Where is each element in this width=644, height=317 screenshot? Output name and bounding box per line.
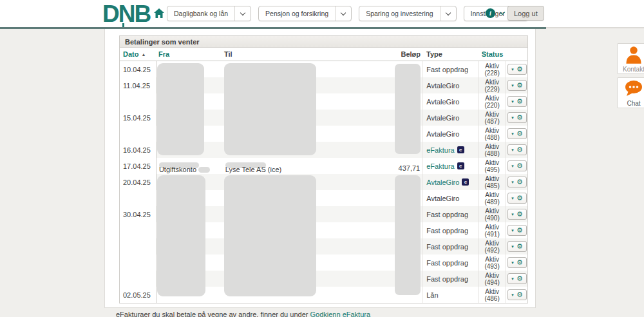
row-actions-button[interactable]: ▼ ⚙ (507, 241, 527, 252)
payment-status: Aktiv (494) (478, 271, 506, 287)
status-text: Aktiv (485, 111, 499, 118)
payment-type: AvtaleGiro (426, 130, 459, 138)
chevron-down-icon[interactable] (440, 6, 456, 21)
payment-date: 17.04.25 (120, 158, 156, 174)
row-actions-button[interactable]: ▼ ⚙ (507, 225, 527, 236)
sort-ascending-icon[interactable]: ▲ (141, 52, 146, 57)
status-code: (229) (484, 86, 499, 93)
efaktura-badge-icon: e (457, 146, 464, 153)
column-status[interactable]: Status (478, 50, 506, 58)
payment-date: 20.04.25 (120, 174, 156, 190)
chevron-down-icon[interactable] (500, 10, 505, 15)
home-icon[interactable] (154, 8, 164, 18)
status-code: (489) (484, 198, 499, 206)
status-text: Aktiv (485, 207, 499, 215)
chat-widget[interactable]: Chat (617, 77, 644, 108)
status-text: Aktiv (485, 175, 499, 182)
payment-from-cell: Utgiftskonto (156, 158, 223, 174)
masked-value (395, 64, 421, 154)
row-actions-button[interactable]: ▼ ⚙ (507, 128, 527, 139)
row-actions-button[interactable]: ▼ ⚙ (507, 257, 527, 268)
chevron-down-icon: ▼ (511, 245, 515, 249)
godkjenn-efaktura-link[interactable]: Godkjenn eFaktura (310, 311, 370, 317)
payment-status: Aktiv (488) (478, 126, 506, 142)
status-code: (491) (484, 231, 499, 238)
payment-type-cell: Fast oppdrag (422, 255, 478, 271)
chevron-down-icon[interactable] (335, 6, 351, 21)
person-icon (625, 45, 643, 64)
status-text: Aktiv (485, 62, 499, 70)
payment-date (120, 222, 156, 238)
payment-status: Aktiv (490) (478, 206, 506, 222)
payment-date: 15.04.25 (120, 110, 156, 126)
payment-type: Fast oppdrag (426, 227, 468, 235)
chevron-down-icon: ▼ (511, 293, 515, 297)
chevron-down-icon: ▼ (511, 100, 515, 104)
chevron-down-icon: ▼ (511, 229, 515, 233)
efaktura-footnote: eFakturaer du skal betale på vegne av an… (116, 311, 370, 317)
status-code: (228) (484, 70, 499, 77)
row-actions-button[interactable]: ▼ ⚙ (507, 160, 527, 171)
status-text: Aktiv (485, 191, 499, 198)
kontakt-widget[interactable]: Kontakt (617, 43, 644, 74)
gear-icon: ⚙ (516, 130, 523, 137)
column-fra[interactable]: Fra (156, 50, 223, 58)
column-type[interactable]: Type (422, 50, 478, 58)
payment-status: Aktiv (491) (478, 222, 506, 238)
row-actions-button[interactable]: ▼ ⚙ (507, 209, 527, 220)
row-actions-button[interactable]: ▼ ⚙ (507, 112, 527, 123)
payment-status: Aktiv (493) (478, 255, 506, 271)
efaktura-badge-icon: e (457, 162, 464, 169)
row-actions-button[interactable]: ▼ ⚙ (507, 96, 527, 107)
status-text: Aktiv (485, 127, 499, 134)
column-belop[interactable]: Beløp (390, 50, 422, 58)
menu-pensjon-label: Pensjon og forsikring (259, 6, 335, 21)
payment-to-cell: Lyse Tele AS (ice) (223, 158, 390, 174)
column-dato[interactable]: Dato ▲ (120, 50, 156, 58)
status-text: Aktiv (485, 272, 499, 279)
status-text: Aktiv (485, 79, 499, 86)
payment-date (120, 126, 156, 142)
payment-type-cell: Fast oppdrag (422, 238, 478, 255)
menu-dagligbank[interactable]: Dagligbank og lån (167, 6, 251, 21)
row-actions-button[interactable]: ▼ ⚙ (507, 193, 527, 204)
logout-button[interactable]: Logg ut (507, 6, 544, 21)
chevron-down-icon: ▼ (511, 84, 515, 88)
table-header: Dato ▲ Fra Til Beløp Type Status (120, 48, 527, 61)
chevron-down-icon: ▼ (511, 197, 515, 200)
payment-date: 02.05.25 (120, 287, 156, 303)
info-icon[interactable]: i (486, 8, 495, 18)
payment-type-cell: eFaktura e (422, 142, 478, 158)
payment-status: Aktiv (485) (478, 174, 506, 190)
payment-type-cell: Fast oppdrag (422, 206, 478, 222)
menu-sparing[interactable]: Sparing og investering (359, 6, 456, 21)
payment-date (120, 190, 156, 206)
menu-pensjon[interactable]: Pensjon og forsikring (258, 6, 352, 21)
row-actions-button[interactable]: ▼ ⚙ (507, 177, 527, 187)
dnb-logo[interactable]: DNB (102, 1, 150, 28)
payment-type: Fast oppdrag (426, 275, 468, 283)
payment-type-cell: AvtaleGiro e (422, 174, 478, 190)
payment-status: Aktiv (220) (478, 93, 506, 110)
masked-value (157, 175, 205, 296)
row-actions-button[interactable]: ▼ ⚙ (507, 64, 527, 75)
main-menu: Dagligbank og lån Pensjon og forsikring … (167, 6, 528, 21)
status-text: Aktiv (485, 288, 499, 295)
payment-status: Aktiv (495) (478, 158, 506, 174)
top-navigation-bar: DNB Dagligbank og lån Pensjon og forsikr… (0, 0, 644, 27)
payment-status: Aktiv (229) (478, 77, 506, 93)
chevron-down-icon: ▼ (511, 277, 515, 281)
row-actions-button[interactable]: ▼ ⚙ (507, 80, 527, 91)
payment-type: Fast oppdrag (426, 66, 468, 73)
payment-date: 16.04.25 (120, 142, 156, 158)
chevron-down-icon[interactable] (234, 6, 251, 21)
payment-type: AvtaleGiro (426, 178, 459, 186)
status-text: Aktiv (485, 256, 499, 263)
row-actions-button[interactable]: ▼ ⚙ (507, 289, 527, 300)
column-til[interactable]: Til (223, 50, 390, 58)
gear-icon: ⚙ (516, 66, 523, 73)
chevron-down-icon: ▼ (511, 132, 515, 136)
row-actions-button[interactable]: ▼ ⚙ (507, 273, 527, 284)
payment-date (120, 93, 156, 110)
row-actions-button[interactable]: ▼ ⚙ (507, 144, 527, 155)
